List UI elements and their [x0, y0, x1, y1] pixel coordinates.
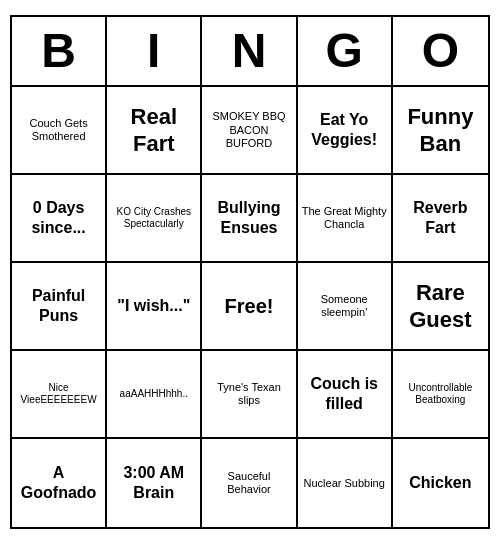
bingo-letter-g: G [298, 17, 393, 86]
bingo-cell-13[interactable]: Someone sleempin' [298, 263, 393, 351]
bingo-card: BINGO Couch Gets SmotheredReal FartSMOKE… [10, 15, 490, 530]
bingo-cell-10[interactable]: Painful Puns [12, 263, 107, 351]
bingo-letter-n: N [202, 17, 297, 86]
bingo-cell-3[interactable]: Eat Yo Veggies! [298, 87, 393, 175]
bingo-cell-22[interactable]: Sauceful Behavior [202, 439, 297, 527]
bingo-cell-20[interactable]: A Goofnado [12, 439, 107, 527]
bingo-letter-o: O [393, 17, 488, 86]
bingo-cell-23[interactable]: Nuclear Subbing [298, 439, 393, 527]
bingo-cell-14[interactable]: Rare Guest [393, 263, 488, 351]
bingo-cell-5[interactable]: 0 Days since... [12, 175, 107, 263]
bingo-cell-15[interactable]: Nice VieeEEEEEEEW [12, 351, 107, 439]
bingo-cell-19[interactable]: Uncontrollable Beatboxing [393, 351, 488, 439]
bingo-letter-i: I [107, 17, 202, 86]
bingo-cell-0[interactable]: Couch Gets Smothered [12, 87, 107, 175]
bingo-letter-b: B [12, 17, 107, 86]
bingo-cell-9[interactable]: Reverb Fart [393, 175, 488, 263]
bingo-cell-6[interactable]: KO City Crashes Spectacularly [107, 175, 202, 263]
bingo-cell-2[interactable]: SMOKEY BBQ BACON BUFORD [202, 87, 297, 175]
bingo-cell-21[interactable]: 3:00 AM Brain [107, 439, 202, 527]
bingo-header: BINGO [12, 17, 488, 88]
bingo-cell-4[interactable]: Funny Ban [393, 87, 488, 175]
bingo-cell-17[interactable]: Tyne's Texan slips [202, 351, 297, 439]
bingo-cell-16[interactable]: aaAAHHHhhh.. [107, 351, 202, 439]
bingo-cell-18[interactable]: Couch is filled [298, 351, 393, 439]
bingo-cell-12[interactable]: Free! [202, 263, 297, 351]
bingo-cell-8[interactable]: The Great Mighty Chancla [298, 175, 393, 263]
bingo-grid: Couch Gets SmotheredReal FartSMOKEY BBQ … [12, 87, 488, 527]
bingo-cell-1[interactable]: Real Fart [107, 87, 202, 175]
bingo-cell-7[interactable]: Bullying Ensues [202, 175, 297, 263]
bingo-cell-11[interactable]: "I wish..." [107, 263, 202, 351]
bingo-cell-24[interactable]: Chicken [393, 439, 488, 527]
